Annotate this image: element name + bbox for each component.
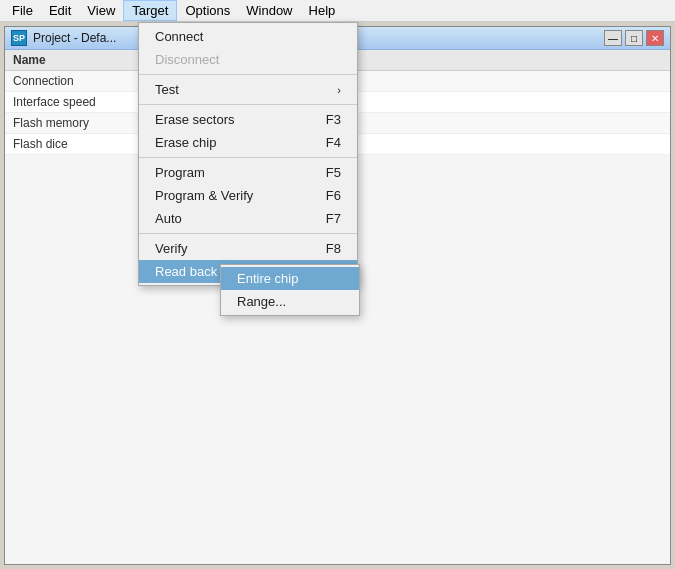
menubar-item-view[interactable]: View <box>79 1 123 20</box>
menubar-item-file[interactable]: File <box>4 1 41 20</box>
menu-item-verify[interactable]: Verify F8 <box>139 237 357 260</box>
shortcut-f3: F3 <box>326 112 341 127</box>
menubar-item-options[interactable]: Options <box>177 1 238 20</box>
maximize-button[interactable]: □ <box>625 30 643 46</box>
menubar: File Edit View Target Options Window Hel… <box>0 0 675 22</box>
submenu-item-range[interactable]: Range... <box>221 290 359 313</box>
menu-item-auto[interactable]: Auto F7 <box>139 207 357 230</box>
menu-item-program[interactable]: Program F5 <box>139 161 357 184</box>
shortcut-f8: F8 <box>326 241 341 256</box>
menu-separator <box>139 233 357 234</box>
shortcut-f5: F5 <box>326 165 341 180</box>
minimize-button[interactable]: — <box>604 30 622 46</box>
row-flash-memory: Flash memory <box>13 116 143 130</box>
menu-item-program-verify[interactable]: Program & Verify F6 <box>139 184 357 207</box>
readback-submenu: Entire chip Range... <box>220 264 360 316</box>
titlebar-title: Project - Defa... <box>33 31 116 45</box>
menu-item-erase-sectors[interactable]: Erase sectors F3 <box>139 108 357 131</box>
close-button[interactable]: ✕ <box>646 30 664 46</box>
submenu-item-entire-chip[interactable]: Entire chip <box>221 267 359 290</box>
titlebar-left: SP Project - Defa... <box>11 30 116 46</box>
shortcut-f6: F6 <box>326 188 341 203</box>
app-icon: SP <box>11 30 27 46</box>
row-interface-speed: Interface speed <box>13 95 143 109</box>
menu-separator <box>139 157 357 158</box>
menu-separator <box>139 74 357 75</box>
target-dropdown-menu: Connect Disconnect Test › Erase sectors … <box>138 22 358 286</box>
menubar-item-edit[interactable]: Edit <box>41 1 79 20</box>
shortcut-f7: F7 <box>326 211 341 226</box>
row-flash-dice: Flash dice <box>13 137 143 151</box>
menu-separator <box>139 104 357 105</box>
menu-item-disconnect: Disconnect <box>139 48 357 71</box>
menu-item-connect[interactable]: Connect <box>139 25 357 48</box>
menubar-item-help[interactable]: Help <box>301 1 344 20</box>
titlebar-buttons: — □ ✕ <box>604 30 664 46</box>
menubar-item-target[interactable]: Target <box>123 0 177 21</box>
shortcut-f4: F4 <box>326 135 341 150</box>
menu-item-erase-chip[interactable]: Erase chip F4 <box>139 131 357 154</box>
submenu-arrow-icon: › <box>337 84 341 96</box>
menubar-item-window[interactable]: Window <box>238 1 300 20</box>
row-connection: Connection <box>13 74 143 88</box>
menu-item-test[interactable]: Test › <box>139 78 357 101</box>
